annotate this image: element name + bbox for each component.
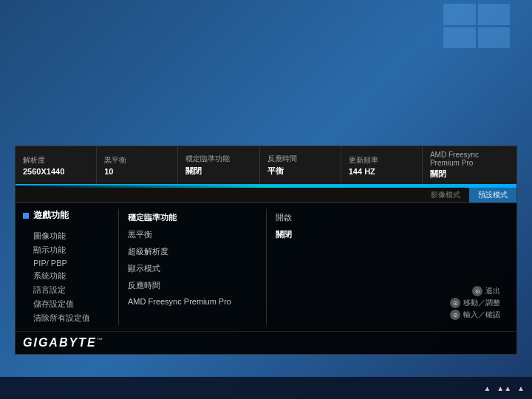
status-black-balance: 黒平衡 10 bbox=[97, 146, 178, 184]
status-response-time: 反應時間 平衡 bbox=[260, 146, 341, 184]
submenu-item-super-resolution[interactable]: 超級解析度 bbox=[128, 243, 257, 260]
windows-logo bbox=[443, 4, 510, 48]
taskbar-icon-1[interactable]: ▲ bbox=[483, 384, 491, 392]
nav-controls: ⊙ 退出 ⊙ 移動／調整 ⊙ 輸入／確認 bbox=[276, 286, 508, 325]
menu-item-language[interactable]: 語言設定 bbox=[23, 283, 111, 297]
taskbar-icon-2[interactable]: ▲▲ bbox=[497, 384, 511, 392]
nav-move: ⊙ 移動／調整 bbox=[450, 298, 500, 308]
status-black-balance-value: 10 bbox=[104, 167, 170, 176]
status-black-balance-label: 黒平衡 bbox=[104, 155, 170, 166]
nav-move-icon: ⊙ bbox=[450, 298, 460, 308]
submenu-item-black-balance[interactable]: 黒平衡 bbox=[128, 226, 257, 243]
status-aim-stabilizer-value: 關閉 bbox=[185, 166, 251, 177]
menu-area: 遊戲功能 圖像功能 顯示功能 PIP/ PBP 系統功能 語言設定 儲存設定值 … bbox=[16, 203, 516, 331]
submenu-item-amd-freesync[interactable]: AMD Freesync Premium Pro bbox=[128, 294, 257, 309]
main-menu: 遊戲功能 圖像功能 顯示功能 PIP/ PBP 系統功能 語言設定 儲存設定值 … bbox=[16, 209, 119, 325]
menu-item-save[interactable]: 儲存設定值 bbox=[23, 297, 111, 311]
sub-menu: 穩定臨準功能 黒平衡 超級解析度 顯示模式 反應時間 AMD Freesync … bbox=[119, 209, 267, 325]
status-refresh-rate: 更新頻率 144 HZ bbox=[341, 146, 423, 184]
status-resolution: 解析度 2560X1440 bbox=[16, 146, 97, 184]
status-bar: 解析度 2560X1440 黒平衡 10 穩定臨準功能 關閉 反應時間 平衡 更… bbox=[16, 146, 516, 185]
menu-item-system[interactable]: 系統功能 bbox=[23, 269, 111, 283]
brand-name: GIGABYTE™ bbox=[23, 336, 104, 349]
submenu-item-response-time[interactable]: 反應時間 bbox=[128, 277, 257, 294]
status-resolution-label: 解析度 bbox=[23, 155, 89, 166]
nav-move-label: 移動／調整 bbox=[463, 298, 500, 308]
option-off[interactable]: 關閉 bbox=[276, 226, 508, 243]
tab-preset-mode[interactable]: 預設模式 bbox=[469, 188, 516, 202]
options-menu: 開啟 關閉 ⊙ 退出 ⊙ 移動／調整 ⊙ 輸入／確認 bbox=[267, 209, 516, 325]
status-response-time-value: 平衡 bbox=[267, 166, 333, 177]
nav-confirm-icon: ⊙ bbox=[450, 310, 460, 320]
option-on[interactable]: 開啟 bbox=[276, 209, 508, 226]
main-menu-title: 遊戲功能 bbox=[23, 209, 111, 225]
status-amd-freesync: AMD Freesync Premium Pro 關閉 bbox=[423, 146, 516, 184]
nav-exit-icon: ⊙ bbox=[472, 286, 482, 296]
submenu-item-aim-stabilizer[interactable]: 穩定臨準功能 bbox=[128, 209, 257, 226]
osd-menu: 解析度 2560X1440 黒平衡 10 穩定臨準功能 關閉 反應時間 平衡 更… bbox=[15, 146, 517, 355]
brand-trademark: ™ bbox=[97, 337, 104, 344]
menu-item-pip-pbp[interactable]: PIP/ PBP bbox=[23, 257, 111, 269]
brand-bar: GIGABYTE™ bbox=[16, 331, 516, 354]
status-refresh-rate-value: 144 HZ bbox=[349, 167, 415, 176]
submenu-item-display-mode[interactable]: 顯示模式 bbox=[128, 260, 257, 277]
mode-tabs: 影像模式 預設模式 bbox=[16, 188, 516, 203]
menu-item-display[interactable]: 顯示功能 bbox=[23, 243, 111, 257]
status-aim-stabilizer: 穩定臨準功能 關閉 bbox=[178, 146, 259, 184]
status-response-time-label: 反應時間 bbox=[267, 154, 333, 164]
menu-indicator bbox=[23, 213, 29, 219]
status-refresh-rate-label: 更新頻率 bbox=[349, 155, 415, 166]
status-amd-freesync-value: 關閉 bbox=[430, 168, 509, 180]
nav-confirm: ⊙ 輸入／確認 bbox=[450, 310, 500, 320]
status-resolution-value: 2560X1440 bbox=[23, 167, 89, 176]
nav-exit-label: 退出 bbox=[485, 286, 500, 296]
status-aim-stabilizer-label: 穩定臨準功能 bbox=[185, 154, 251, 164]
taskbar-icon-3[interactable]: ▲ bbox=[517, 384, 525, 392]
menu-item-image[interactable]: 圖像功能 bbox=[23, 229, 111, 243]
menu-item-reset[interactable]: 清除所有設定值 bbox=[23, 311, 111, 325]
tab-image-mode[interactable]: 影像模式 bbox=[422, 188, 469, 202]
status-amd-freesync-label: AMD Freesync Premium Pro bbox=[430, 151, 509, 167]
nav-exit: ⊙ 退出 bbox=[472, 286, 500, 296]
taskbar: ▲ ▲▲ ▲ bbox=[0, 377, 532, 399]
nav-confirm-label: 輸入／確認 bbox=[463, 310, 500, 320]
